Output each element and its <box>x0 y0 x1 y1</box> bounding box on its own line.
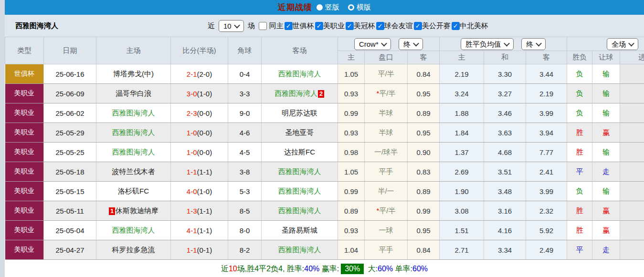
layout-option-vertical[interactable]: 竖版 <box>317 3 339 12</box>
crown-away-odds-cell: 0.84 <box>408 64 440 84</box>
summary-asian-label: 赢率: <box>319 264 339 274</box>
corner-cell: 4-5 <box>228 143 262 162</box>
league-checkbox-checked[interactable]: ✓ <box>414 22 422 30</box>
half-score: (0-1) <box>197 246 212 254</box>
result-goals-cell: 大 <box>620 103 644 123</box>
team-name: 圣路易斯城 <box>282 226 317 234</box>
summary-odd-rate: 60% <box>412 265 428 273</box>
result-wdl-cell: 胜 <box>567 143 592 162</box>
team-title: 西雅图海湾人 <box>5 21 208 31</box>
wdl-home-odds-cell: 1.51 <box>440 221 484 240</box>
result-wdl-cell: 负 <box>567 64 592 84</box>
team-name: 西雅图海湾人 <box>278 70 321 78</box>
league-filter-list: ✓世俱杯✓美职业✓美冠杯✓球会友谊✓美公开赛✓中北美杯 <box>284 21 488 31</box>
league-filter: ✓美公开赛 <box>414 21 451 31</box>
crown-home-odds-cell: 1.05 <box>338 64 365 84</box>
top-bar: 近期战绩 竖版 横版 <box>5 0 644 15</box>
team-name: 西雅图海湾人 <box>112 109 155 117</box>
team-name: 休斯敦迪纳摩 <box>116 206 158 215</box>
results-table: 类型 日期 主场 比分(半场) 角球 客场 Crow* 终 <box>5 37 644 260</box>
wdl-away-odds-cell: 2.32 <box>526 201 567 221</box>
layout-radio-group: 竖版 横版 <box>317 3 371 12</box>
away-team-cell: 圣路易斯城 <box>262 221 338 240</box>
team-name: 达拉斯FC <box>284 148 315 156</box>
vertical-label: 竖版 <box>325 3 339 12</box>
live-star-icon: * <box>376 89 379 97</box>
wdl-draw-odds-cell: 3.16 <box>484 201 526 221</box>
score-cell: 1-0(0-0) <box>171 143 228 162</box>
result-goals-cell: 小 <box>620 143 644 162</box>
radio-unselected-icon[interactable] <box>348 4 354 10</box>
sub-header-crown-home: 主 <box>338 51 365 64</box>
result-goals-cell: 小 <box>620 240 644 260</box>
date-cell: 25-06-09 <box>44 84 96 103</box>
wdl-group-header: 胜平负均值 终 <box>440 37 567 51</box>
same-home-checkbox[interactable] <box>259 22 267 30</box>
away-team-cell: 西雅图海湾人 <box>262 201 338 221</box>
games-count-select[interactable]: 10 <box>219 20 244 32</box>
away-team-cell: 达拉斯FC <box>262 143 338 162</box>
handicap-line-cell: 一球 <box>365 221 408 240</box>
league-checkbox-checked[interactable]: ✓ <box>285 22 293 30</box>
corner-cell: 3-8 <box>228 162 262 182</box>
corner-cell: 8-2 <box>228 240 262 260</box>
away-team-cell: 西雅图海湾人2 <box>262 84 338 103</box>
date-cell: 25-05-25 <box>44 143 96 162</box>
half-score: (0-0) <box>197 109 212 117</box>
wdl-draw-odds-cell: 3.30 <box>484 64 526 84</box>
team-name: 西雅图海湾人 <box>112 148 155 156</box>
home-team-cell: 西雅图海湾人 <box>96 103 171 123</box>
team-name: 西雅图海湾人 <box>112 128 155 136</box>
away-team-cell: 圣地亚哥 <box>262 123 338 143</box>
league-checkbox-checked[interactable]: ✓ <box>452 22 460 30</box>
away-team-cell: 西雅图海湾人 <box>262 64 338 84</box>
sub-header-wdl-away: 客 <box>526 51 567 64</box>
sub-header-crown-away: 客 <box>408 51 440 64</box>
live-star-icon: * <box>376 206 379 215</box>
result-handicap-cell: 赢 <box>592 221 620 240</box>
summary-asian-rate-badge: 30% <box>341 264 364 274</box>
team-name: 西雅图海湾人 <box>278 187 321 195</box>
result-wdl-cell: 胜 <box>567 123 592 143</box>
full-score: 1-1 <box>187 168 197 176</box>
half-score: (0-0) <box>197 148 212 156</box>
wdl-state-select[interactable]: 终 <box>521 38 546 50</box>
home-team-cell: 西雅图海湾人 <box>96 123 171 143</box>
wdl-provider-select[interactable]: 胜平负均值 <box>461 38 514 50</box>
match-row: 美职业25-06-09温哥华白浪3-0(1-0)3-3西雅图海湾人20.93*平… <box>5 84 644 103</box>
result-goals-cell: 大 <box>620 182 644 201</box>
wdl-away-odds-cell: 2.49 <box>526 240 567 260</box>
half-score: (1-0) <box>197 90 212 98</box>
result-wdl-cell: 平 <box>567 162 592 182</box>
horizontal-label: 横版 <box>357 3 371 12</box>
home-team-cell: 西雅图海湾人 <box>96 221 171 240</box>
league-checkbox-checked[interactable]: ✓ <box>376 22 384 30</box>
league-checkbox-checked[interactable]: ✓ <box>315 22 323 30</box>
date-cell: 25-04-27 <box>44 240 96 260</box>
home-team-cell: 温哥华白浪 <box>96 84 171 103</box>
league-type-cell: 美职业 <box>5 162 44 182</box>
summary-bar: 近10场,胜4平2负4, 胜率:40% 赢率:30% 大:60% 单率:60% <box>5 260 644 277</box>
crown-away-odds-cell: 0.99 <box>408 201 440 221</box>
chevron-down-icon <box>536 40 542 46</box>
radio-selected-icon[interactable] <box>317 4 323 10</box>
layout-option-horizontal[interactable]: 横版 <box>348 3 371 12</box>
league-filter: ✓世俱杯 <box>285 21 314 31</box>
crown-home-odds-cell: 1.05 <box>338 162 365 182</box>
home-team-cell: 科罗拉多急流 <box>96 240 171 260</box>
wdl-draw-odds-cell: 3.27 <box>484 84 526 103</box>
crown-away-odds-cell: 0.90 <box>408 143 440 162</box>
wdl-away-odds-cell: 5.92 <box>526 221 567 240</box>
odds-provider-select[interactable]: Crow* <box>354 38 391 50</box>
scope-select[interactable]: 全场 <box>607 38 638 50</box>
sub-header-result: 胜负 <box>567 51 592 64</box>
odds-state-select[interactable]: 终 <box>399 38 423 50</box>
summary-odd-label: 单率: <box>393 264 412 274</box>
crown-home-odds-cell: 0.98 <box>338 143 365 162</box>
crown-home-odds-cell: 0.99 <box>338 103 365 123</box>
team-name: 西雅图海湾人 <box>278 167 321 175</box>
half-score: (1-0) <box>197 187 212 195</box>
filters: 近 10 场 同主 ✓世俱杯✓美职业✓美冠杯✓球会友谊✓美公开赛✓中北美杯 <box>208 20 488 32</box>
league-checkbox-checked[interactable]: ✓ <box>346 22 354 30</box>
result-handicap-cell: 输 <box>592 182 620 201</box>
